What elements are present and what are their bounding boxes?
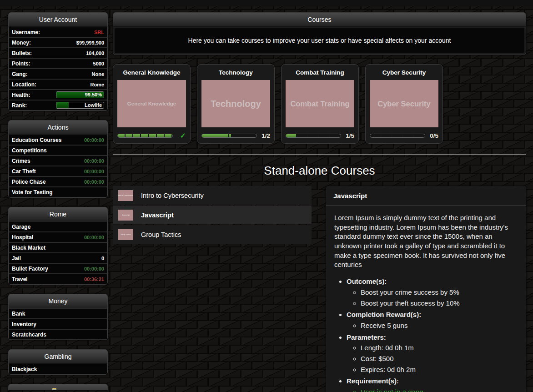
requirements-list: User is not in a gang [347,387,518,392]
course-cards-row: General Knowledge General Knowledge ✓ Te… [113,64,526,144]
parameters-list: Length: 0d 0h 1m Cost: $500 Expires: 0d … [347,343,518,374]
user-account-panel: User Account Username: SRL Money: $99,99… [8,12,108,111]
gang-row: Gang: None [9,69,107,79]
sidebar-item-bullet-factory[interactable]: Bullet Factory 00:00:00 [9,264,107,273]
black-market-label: Black Market [12,245,45,251]
rome-panel: Rome Garage Hospital 00:00:00 Black Mark… [8,207,108,285]
jail-count: 0 [101,256,104,261]
section-divider [113,154,526,155]
sidebar-item-garage[interactable]: Garage [9,222,107,231]
card-progress: 0/5 [370,132,438,139]
cutoff-panel [8,384,108,390]
bullets-label: Bullets: [12,50,32,56]
card-progress: 1/2 [201,132,270,139]
car-theft-label: Car Theft [12,168,36,175]
points-value: 5000 [93,61,104,66]
course-thumbnail: Intro to Cybersecurity [118,190,133,201]
course-title: Javascript [141,211,174,219]
competitions-label: Competitions [12,147,47,154]
card-image-text: General Knowledge [127,101,176,106]
username-label: Username: [12,29,40,35]
list-item-intro-to-cybersecurity[interactable]: Intro to Cybersecurity Intro to Cybersec… [113,186,312,205]
course-thumbnail-text: Group Tactics [121,234,131,236]
sidebar-item-police-chase[interactable]: Police Chase 00:00:00 [9,177,107,186]
education-courses-timer: 00:00:00 [84,137,104,143]
sidebar-item-scratchcards[interactable]: Scratchcards [9,330,107,339]
card-image-cyber-security: Cyber Security [370,80,438,127]
progress-label: 1/5 [344,132,354,139]
gambling-title: Gambling [9,350,107,364]
course-detail-panel: Javascript Lorem Ipsum is simply dummy t… [326,186,526,392]
card-progress: 1/5 [286,132,354,139]
sidebar-item-education-courses[interactable]: Education Courses 00:00:00 [9,135,107,145]
scratchcards-label: Scratchcards [12,332,46,338]
gang-label: Gang: [12,71,28,77]
sidebar-item-blackjack[interactable]: Blackjack [9,364,107,374]
username-row: Username: SRL [9,27,107,37]
sidebar-item-bank[interactable]: Bank [9,309,107,318]
parameters-section: Parameters: Length: 0d 0h 1m Cost: $500 … [347,333,518,375]
courses-panel-title: Courses [113,13,526,27]
list-item-javascript[interactable]: Javascript Javascript [113,206,312,224]
card-image-text: Technology [211,99,261,109]
progress-bar [286,134,341,138]
sidebar-item-hospital[interactable]: Hospital 00:00:00 [9,232,107,242]
inventory-label: Inventory [12,321,36,327]
card-cyber-security[interactable]: Cyber Security Cyber Security 0/5 [365,64,443,144]
card-technology[interactable]: Technology Technology 1/2 [197,64,275,144]
card-combat-training[interactable]: Combat Training Combat Training 1/5 [281,64,359,144]
card-image-text: Combat Training [290,100,349,108]
gambling-rows: Blackjack [9,364,107,374]
rank-label: Rank: [12,102,27,109]
course-detail-title: Javascript [326,186,526,206]
sidebar-item-crimes[interactable]: Crimes 00:00:00 [9,156,107,166]
card-title: Technology [201,69,270,76]
outcomes-list: Boost your crime success by 5% Boost you… [347,288,518,308]
page-layout: User Account Username: SRL Money: $99,99… [0,6,533,392]
courses-description-box: Here you can take courses to improve you… [115,28,524,53]
card-progress: ✓ [117,132,186,139]
sidebar-item-competitions[interactable]: Competitions [9,146,107,155]
hospital-timer: 00:00:00 [84,235,104,240]
standalone-courses-heading: Stand-alone Courses [113,164,526,178]
actions-rows: Education Courses 00:00:00 Competitions … [9,135,107,197]
courses-panel: Courses Here you can take courses to imp… [113,12,526,55]
rank-row: Rank: Lowlife [9,101,107,110]
location-row: Location: Rome [9,80,107,89]
money-panel: Money Bank Inventory Scratchcards [8,294,108,340]
sidebar-item-inventory[interactable]: Inventory [9,319,107,329]
outcome-item: Boost your crime success by 5% [361,288,518,297]
parameter-item: Length: 0d 0h 1m [361,343,518,353]
progress-ticks [370,134,425,137]
progress-bar [201,134,257,138]
cutoff-panel-icon [52,388,56,390]
sidebar-item-vote-for-testing[interactable]: Vote for Testing [9,187,107,197]
course-thumbnail-text: Intro to Cybersecurity [118,195,133,196]
top-bar [0,0,533,6]
card-general-knowledge[interactable]: General Knowledge General Knowledge ✓ [113,64,191,144]
crimes-timer: 00:00:00 [84,158,104,164]
gambling-panel: Gambling Blackjack [8,349,108,375]
outcomes-section: Outcome(s): Boost your crime success by … [347,277,518,308]
sidebar-item-car-theft[interactable]: Car Theft 00:00:00 [9,166,107,176]
complete-check-icon: ✓ [176,131,186,140]
requirements-section: Requirement(s): User is not in a gang [347,377,518,392]
rank-progress-fill [56,102,69,108]
rewards-list: Receive 5 guns [347,321,518,331]
jail-label: Jail [12,255,21,261]
card-title: General Knowledge [117,69,186,76]
bank-label: Bank [12,311,25,317]
bullets-value: 104,000 [86,50,104,56]
police-chase-timer: 00:00:00 [84,179,104,185]
actions-title: Actions [9,121,107,135]
username-value: SRL [94,30,104,35]
money-value: $99,999,900 [76,40,104,45]
sidebar-item-travel[interactable]: Travel 00:36:21 [9,274,107,284]
sidebar-item-black-market[interactable]: Black Market [9,243,107,252]
list-item-group-tactics[interactable]: Group Tactics Group Tactics [113,225,312,244]
rewards-heading: Completion Reward(s): [347,311,421,318]
sidebar-item-jail[interactable]: Jail 0 [9,253,107,263]
rank-progress-bar: Lowlife [56,102,104,109]
progress-label: 0/5 [428,132,438,139]
progress-ticks [286,134,341,137]
